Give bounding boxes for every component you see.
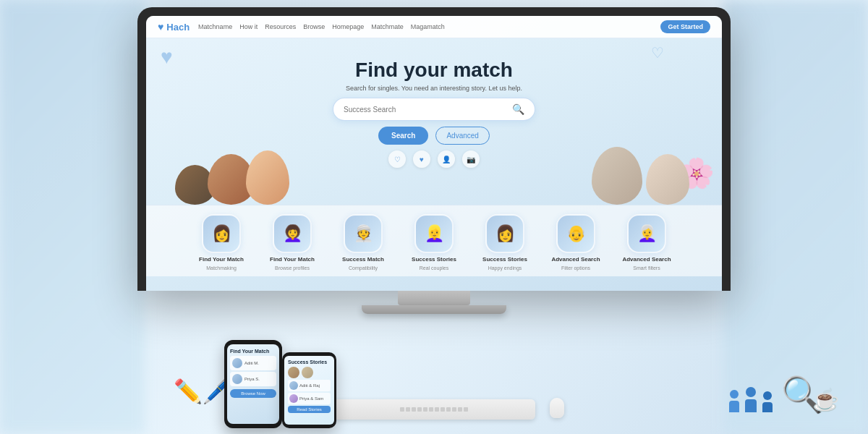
key-10 [452,407,456,412]
hero-section: ♥ ♡ 🌸 Find your match Search for singles… [146,38,722,205]
phone-browse-button[interactable]: Browse Now [230,389,276,398]
icons-bottom-right: 🔍 [729,378,825,412]
profile-name-5: Success Stories [482,256,527,263]
mini-avatar-2 [232,374,242,384]
phone-2-card-2-name: Priya & Sam [299,396,323,401]
nav-logo: ♥ Hach [158,21,190,33]
key-7 [435,407,439,412]
key-9 [446,407,451,412]
logo-heart-icon: ♥ [158,21,163,33]
nav-link-resources[interactable]: Resources [265,23,296,30]
phone-2-profile-row [288,367,331,378]
social-icon-heart[interactable]: ♡ [388,150,406,168]
figure-icon-2 [745,387,757,412]
phone-2-btn[interactable]: Read Stories [288,406,331,413]
profile-card-3[interactable]: 👳 Success Match Compatibility [331,214,395,271]
phone-2-card-2: Priya & Sam [288,393,331,404]
search-icon[interactable]: 🔍 [512,103,524,115]
keyboard-keys [400,407,468,412]
figure-head-3 [763,391,772,400]
navbar: ♥ Hach Matchname How it Resources Browse… [146,16,722,38]
figure-body-3 [762,402,773,412]
profile-name-6: Advanced Search [551,256,600,263]
person-e-illustration [646,154,689,205]
key-4 [417,407,422,412]
mini-avatar-1 [232,358,242,368]
keyboard [333,399,535,420]
monitor-stand [398,291,470,305]
profile-desc-4: Real couples [420,265,448,271]
monitor-base [362,305,506,314]
profile-card-6[interactable]: 👴 Advanced Search Filter options [544,214,608,271]
profile-avatar-4: 👱‍♀️ [414,214,454,253]
key-2 [406,407,410,412]
phone-2-card-1-name: Aditi & Raj [299,383,320,388]
profile-name-7: Advanced Search [622,256,671,263]
social-icon-camera[interactable]: 📷 [462,150,480,168]
key-12 [464,407,468,412]
search-input[interactable] [344,106,506,114]
phone-2-card-1: Aditi & Raj [288,380,331,391]
profile-name-1: Find Your Match [199,256,244,263]
phone-1-screen: Find Your Match Aditi M. Priya S. Browse… [227,344,279,424]
person-d-illustration [592,147,642,205]
phone-2-mini-avatar-2 [302,367,313,378]
profile-avatar-2: 👩‍🦱 [273,214,312,253]
profile-name-3: Success Match [342,256,384,263]
nav-link-magamatch[interactable]: Magamatch [411,23,445,30]
profile-avatar-1: 👩 [202,214,241,253]
profile-card-5[interactable]: 👩 Success Stories Happy endings [473,214,537,271]
bg-blur-right [723,0,868,434]
profile-avatar-5: 👩 [485,214,524,253]
profile-desc-3: Compatibility [349,265,378,271]
profile-desc-1: Matchmaking [206,265,237,271]
social-icons-row: ♡ ♥ 👤 📷 [388,150,480,168]
profile-name-4: Success Stories [412,256,456,263]
phone-mini-card-1: Aditi M. [230,356,276,370]
profile-card-1[interactable]: 👩 Find Your Match Matchmaking [190,214,253,271]
nav-link-howit[interactable]: How it [239,23,258,30]
phone-1-title: Find Your Match [230,349,276,354]
nav-cta-button[interactable]: Get Started [660,20,710,33]
pencil-cup-decoration: ✏️🖊️ [174,378,231,405]
nav-link-homepage[interactable]: Homepage [332,23,364,30]
monitor: ♥ Hach Matchname How it Resources Browse… [137,7,731,291]
advanced-button[interactable]: Advanced [435,127,489,145]
social-icon-heart-filled[interactable]: ♥ [413,150,430,168]
profile-desc-7: Smart filters [633,265,660,271]
people-illustration-right [584,67,700,205]
profiles-row: 👩 Find Your Match Matchmaking 👩‍🦱 Find Y… [146,205,722,276]
hero-title: Find your match [355,59,513,82]
people-illustration-left [168,60,298,205]
profile-desc-2: Browse profiles [275,265,310,271]
nav-link-matchname[interactable]: Matchname [198,23,232,30]
profile-card-4[interactable]: 👱‍♀️ Success Stories Real couples [402,214,466,271]
phone-2-small-avatar-2 [289,394,298,403]
monitor-screen: ♥ Hach Matchname How it Resources Browse… [146,16,722,291]
profile-avatar-7: 👩‍🦳 [627,214,666,253]
figure-head-2 [746,387,756,397]
phone-2: Success Stories Aditi & Raj Priya & Sam … [282,352,336,428]
search-button[interactable]: Search [378,127,428,145]
mini-card-name-1: Aditi M. [244,361,259,365]
profile-name-2: Find Your Match [270,256,315,263]
logo-text: Hach [166,22,190,33]
nav-link-matchmate[interactable]: Matchmate [371,23,404,30]
phone-2-title: Success Stories [288,359,331,365]
phone-2-card-1-content: Aditi & Raj [289,381,329,390]
phone-2-mini-avatar-1 [288,367,299,378]
nav-link-browse[interactable]: Browse [303,23,325,30]
profile-card-7[interactable]: 👩‍🦳 Advanced Search Smart filters [615,214,678,271]
profile-desc-5: Happy endings [488,265,522,271]
bottom-figures: 🔍 [729,378,825,412]
search-box: 🔍 [333,98,535,121]
profile-avatar-6: 👴 [556,214,595,253]
key-6 [429,407,433,412]
nav-links: Matchname How it Resources Browse Homepa… [198,23,652,30]
social-icon-profile[interactable]: 👤 [438,150,455,168]
profile-card-2[interactable]: 👩‍🦱 Find Your Match Browse profiles [260,214,324,271]
profile-avatar-3: 👳 [344,214,383,253]
figure-body-1 [729,401,739,412]
phone-mini-card-2: Priya S. [230,372,276,386]
mini-card-name-2: Priya S. [244,377,260,381]
